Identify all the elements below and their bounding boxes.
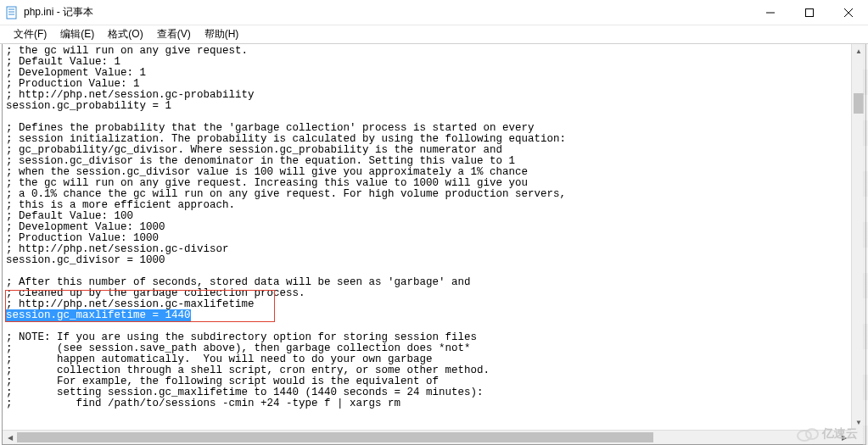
maximize-button[interactable]	[790, 0, 829, 25]
menu-file[interactable]: 文件(F)	[7, 25, 53, 43]
code-line[interactable]: ; find /path/to/sessions -cmin +24 -type…	[6, 398, 862, 409]
menubar: 文件(F) 编辑(E) 格式(O) 查看(V) 帮助(H)	[0, 25, 868, 44]
code-line[interactable]: session.gc_maxlifetime = 1440	[6, 310, 862, 321]
svg-rect-0	[7, 7, 16, 19]
horizontal-scrollbar[interactable]: ◀ ▶	[3, 430, 851, 444]
code-line[interactable]: session.gc_divisor = 1000	[6, 255, 862, 266]
minimize-button[interactable]	[751, 0, 790, 25]
titlebar: php.ini - 记事本	[0, 0, 868, 25]
editor-container: ; the gc will run on any give request.; …	[2, 44, 866, 445]
selected-text[interactable]: session.gc_maxlifetime = 1440	[6, 309, 191, 321]
window-controls	[751, 0, 868, 25]
scroll-right-icon[interactable]: ▶	[837, 431, 851, 444]
scroll-left-icon[interactable]: ◀	[3, 431, 17, 444]
menu-format[interactable]: 格式(O)	[101, 25, 149, 43]
svg-rect-5	[806, 8, 814, 16]
text-editor[interactable]: ; the gc will run on any give request.; …	[3, 44, 865, 430]
menu-edit[interactable]: 编辑(E)	[53, 25, 101, 43]
menu-help[interactable]: 帮助(H)	[198, 25, 246, 43]
hscroll-thumb[interactable]	[17, 432, 653, 442]
code-line[interactable]: ; this is a more efficient approach.	[6, 200, 862, 211]
window-title: php.ini - 记事本	[24, 5, 751, 19]
code-line[interactable]: ; the gc will run on any give request.	[6, 46, 862, 57]
code-line[interactable]: session.gc_probability = 1	[6, 101, 862, 112]
adjacent-window-edge	[863, 44, 868, 445]
close-button[interactable]	[829, 0, 868, 25]
menu-view[interactable]: 查看(V)	[150, 25, 198, 43]
notepad-icon	[5, 6, 19, 19]
